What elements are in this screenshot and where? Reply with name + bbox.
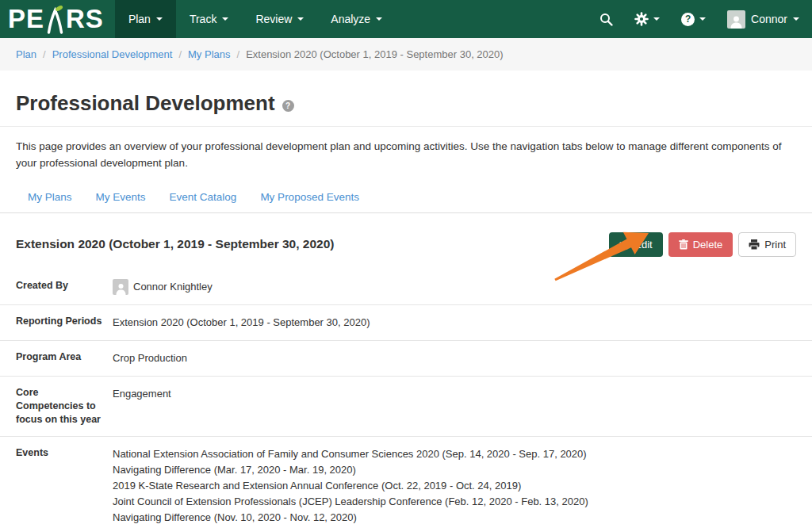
printer-icon (749, 239, 760, 250)
events-list: National Extension Association of Family… (113, 446, 588, 528)
reporting-periods-value: Extension 2020 (October 1, 2019 - Septem… (113, 315, 370, 331)
event-item: 2019 K-State Research and Extension Annu… (113, 478, 588, 494)
reporting-periods-label: Reporting Periods (16, 315, 113, 331)
nav-item-track-label: Track (190, 13, 216, 25)
user-avatar (727, 10, 745, 29)
page-title: Professional Development (16, 91, 275, 116)
print-button[interactable]: Print (738, 232, 796, 257)
breadcrumb-separator: / (178, 48, 182, 60)
chevron-down-icon (297, 17, 304, 21)
breadcrumb: Plan / Professional Development / My Pla… (0, 38, 812, 71)
title-divider (0, 126, 812, 127)
program-area-label: Program Area (16, 350, 113, 366)
created-by-value: Connor Knightley (133, 279, 213, 295)
program-area-value: Crop Production (113, 350, 187, 366)
breadcrumb-link-my-plans[interactable]: My Plans (188, 48, 230, 60)
help-menu[interactable]: ? (681, 13, 706, 26)
breadcrumb-separator: / (237, 48, 240, 60)
tab-my-events[interactable]: My Events (84, 183, 158, 212)
nav-item-plan[interactable]: Plan (115, 0, 176, 38)
event-item: Joint Council of Extension Professionals… (113, 494, 588, 510)
created-by-label: Created By (16, 279, 113, 295)
trash-icon (679, 239, 688, 250)
search-icon[interactable] (599, 13, 613, 26)
core-competencies-value: Engagement (113, 386, 171, 427)
logo-text-right: RS (66, 0, 104, 38)
table-row-core-competencies: Core Competencies to focus on this year … (0, 377, 812, 437)
table-row-reporting-periods: Reporting Periods Extension 2020 (Octobe… (0, 305, 812, 341)
page-description: This page provides an overview of your p… (16, 139, 796, 172)
pear-icon (45, 3, 65, 35)
event-item: Navigating Difference (Mar. 17, 2020 - M… (113, 462, 588, 478)
nav-item-plan-label: Plan (128, 13, 151, 25)
logo-text-left: PE (8, 0, 44, 38)
user-name: Connor (751, 13, 787, 25)
tab-event-catalog[interactable]: Event Catalog (158, 183, 249, 212)
nav-item-track[interactable]: Track (176, 0, 242, 38)
breadcrumb-current: Extension 2020 (October 1, 2019 - Septem… (246, 48, 503, 60)
table-row-program-area: Program Area Crop Production (0, 341, 812, 377)
chevron-down-icon (156, 17, 163, 21)
main-content: Professional Development ? This page pro… (0, 91, 812, 528)
edit-icon (619, 239, 630, 250)
table-row-created-by: Created By Connor Knightley (0, 270, 812, 305)
event-item: Navigating Difference (Nov. 10, 2020 - N… (113, 510, 588, 526)
table-row-events: Events National Extension Association of… (0, 437, 812, 528)
print-button-label: Print (764, 239, 786, 251)
delete-button[interactable]: Delete (668, 232, 733, 257)
core-competencies-label: Core Competencies to focus on this year (16, 386, 113, 427)
nav-item-analyze[interactable]: Analyze (317, 0, 396, 38)
creator-avatar (113, 279, 128, 295)
plan-actions: Edit Delete (609, 232, 796, 257)
edit-button[interactable]: Edit (609, 232, 662, 257)
delete-button-label: Delete (693, 239, 723, 251)
nav-item-review-label: Review (255, 13, 292, 25)
user-menu[interactable]: Connor (727, 10, 799, 29)
question-circle-icon: ? (681, 13, 695, 26)
plan-detail-table: Created By Connor Knightley Reporting Pe… (16, 270, 796, 528)
chevron-down-icon (793, 17, 799, 21)
tab-my-proposed-events[interactable]: My Proposed Events (248, 183, 371, 212)
chevron-down-icon (376, 17, 382, 21)
events-label: Events (16, 446, 113, 528)
gear-icon (634, 12, 649, 26)
tab-my-plans[interactable]: My Plans (16, 183, 84, 212)
breadcrumb-link-plan[interactable]: Plan (16, 48, 36, 60)
breadcrumb-link-professional-development[interactable]: Professional Development (52, 48, 173, 60)
chevron-down-icon (699, 17, 706, 21)
page-help-icon[interactable]: ? (282, 100, 294, 112)
edit-button-label: Edit (634, 239, 652, 251)
breadcrumb-separator: / (43, 48, 46, 60)
top-navbar: PE RS Plan Track Review Analyze (0, 0, 812, 38)
main-nav: Plan Track Review Analyze (115, 0, 396, 38)
chevron-down-icon (653, 17, 660, 21)
settings-menu[interactable] (634, 12, 660, 26)
nav-item-review[interactable]: Review (242, 0, 317, 38)
nav-item-analyze-label: Analyze (331, 13, 370, 25)
pears-logo[interactable]: PE RS (0, 0, 115, 38)
plan-tabs: My Plans My Events Event Catalog My Prop… (0, 183, 812, 213)
navbar-right: ? Connor (599, 0, 812, 38)
event-item: National Extension Association of Family… (113, 446, 588, 462)
chevron-down-icon (222, 17, 228, 21)
plan-heading: Extension 2020 (October 1, 2019 - Septem… (16, 237, 334, 251)
